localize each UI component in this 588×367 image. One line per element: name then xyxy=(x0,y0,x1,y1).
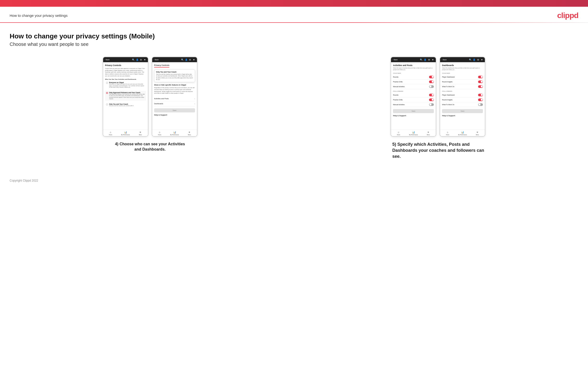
nav-menu-2[interactable]: ≡ Menu xyxy=(182,131,197,135)
performance-label-3: My Performance xyxy=(409,134,418,135)
save-button-2[interactable]: Save xyxy=(154,108,195,112)
privacy-tab[interactable]: Privacy Controls xyxy=(154,64,170,67)
privacy-controls-desc: Control how you and your data appears to… xyxy=(105,68,146,77)
radio-sublabel-approved: Only approved followers and coaches you … xyxy=(109,93,145,100)
nav-menu-1[interactable]: ≡ Menu xyxy=(133,131,148,135)
radio-circle-approved xyxy=(106,92,108,94)
toggle-drills-coaches: Practice Drills xyxy=(393,80,434,84)
radio-you-coach[interactable]: Only You and Your Coach Only you and the… xyxy=(105,102,146,108)
nav-home-4[interactable]: ⌂ Home xyxy=(440,131,455,135)
round-insights-followers-label: Round Insights xyxy=(442,99,452,101)
home-icon-1: ⌂ xyxy=(110,131,111,133)
nav-icons-3: 🔍 👤 ⚙ ▼ xyxy=(420,58,434,61)
home-icon-3: ⌂ xyxy=(398,131,399,133)
radio-label-everyone: Everyone on Clippd xyxy=(109,82,145,83)
phone-bottom-nav-2: ⌂ Home 📊 My Performance ≡ Menu xyxy=(152,129,197,136)
nav-menu-4[interactable]: ≡ Menu xyxy=(470,131,485,135)
page-title: How to change your privacy settings (Mob… xyxy=(10,33,578,40)
more-icon-2[interactable]: ▼ xyxy=(193,58,195,61)
more-icon-4[interactable]: ▼ xyxy=(481,58,483,61)
toggle-work-on-followers: What To Work On xyxy=(442,102,483,107)
menu-icon-4: ≡ xyxy=(477,131,478,133)
nav-performance-3[interactable]: 📊 My Performance xyxy=(406,131,421,135)
profile-icon-3[interactable]: 👤 xyxy=(424,58,426,61)
drills-coaches-toggle[interactable] xyxy=(429,80,434,83)
phone-1: ‹ Back 🔍 👤 ⚙ ▼ Privacy Controls Control … xyxy=(103,57,148,137)
toggle-player-dash-followers: Player Dashboard xyxy=(442,93,483,98)
followers-label-3: FOLLOWERS xyxy=(393,91,434,92)
nav-home-2[interactable]: ⌂ Home xyxy=(152,131,167,135)
menu-label-1: Menu xyxy=(139,134,142,135)
nav-performance-4[interactable]: 📊 My Performance xyxy=(455,131,470,135)
toggle-work-on-coaches: What To Work On xyxy=(442,84,483,89)
back-button-4[interactable]: ‹ Back xyxy=(442,59,447,60)
profile-icon-2[interactable]: 👤 xyxy=(185,58,188,61)
settings-icon-3[interactable]: ⚙ xyxy=(428,58,430,61)
menu-dashboards[interactable]: Dashboards › xyxy=(154,101,195,106)
menu-icon-3: ≡ xyxy=(428,131,429,133)
more-icon-3[interactable]: ▼ xyxy=(432,58,434,61)
search-icon-4[interactable]: 🔍 xyxy=(469,58,472,61)
menu-label-3: Menu xyxy=(427,134,430,135)
nav-home-1[interactable]: ⌂ Home xyxy=(103,131,118,135)
rounds-followers-label: Rounds xyxy=(393,94,398,96)
radio-label-approved: Only Approved Followers and Your Coach xyxy=(109,92,145,93)
show-hide-desc: Regardless of the privacy controls that … xyxy=(154,87,195,94)
manual-coaches-label: Manual Activities xyxy=(393,86,405,87)
round-insights-coaches-label: Round Insights xyxy=(442,81,452,83)
profile-icon[interactable]: 👤 xyxy=(136,58,138,61)
show-hide-title: Show or hide specific features in Clippd xyxy=(154,84,195,86)
more-icon[interactable]: ▼ xyxy=(144,58,146,61)
nav-home-3[interactable]: ⌂ Home xyxy=(391,131,406,135)
performance-icon-3: 📊 xyxy=(412,131,415,133)
caption-2: 5) Specify which Activities, Posts and D… xyxy=(390,142,486,160)
footer: Copyright Clippd 2022 xyxy=(0,174,588,187)
work-on-coaches-toggle[interactable] xyxy=(478,85,483,88)
settings-icon-2[interactable]: ⚙ xyxy=(189,58,191,61)
coaches-label-4: COACHES xyxy=(442,73,483,74)
radio-approved[interactable]: Only Approved Followers and Your Coach O… xyxy=(105,91,146,101)
radio-circle-everyone xyxy=(106,82,108,84)
activities-posts-label: Activities and Posts xyxy=(154,98,169,100)
player-dash-followers-toggle[interactable] xyxy=(478,94,483,96)
rounds-followers-toggle[interactable] xyxy=(429,94,434,96)
settings-icon[interactable]: ⚙ xyxy=(140,58,142,61)
chevron-dashboards: › xyxy=(194,103,195,105)
menu-activities-posts[interactable]: Activities and Posts › xyxy=(154,96,195,101)
work-on-followers-toggle[interactable] xyxy=(478,103,483,106)
back-button-1[interactable]: ‹ Back xyxy=(105,59,110,60)
profile-icon-4[interactable]: 👤 xyxy=(473,58,476,61)
menu-label-4: Menu xyxy=(476,134,479,135)
screenshot-group-1: ‹ Back 🔍 👤 ⚙ ▼ Privacy Controls Control … xyxy=(10,57,291,152)
back-button-3[interactable]: ‹ Back xyxy=(393,59,398,60)
tooltip-title: Only You and Your Coach xyxy=(156,71,193,73)
manual-followers-toggle[interactable] xyxy=(429,103,434,106)
manual-coaches-toggle[interactable] xyxy=(429,85,434,88)
player-dash-coaches-toggle[interactable] xyxy=(478,76,483,78)
menu-icon-2: ≡ xyxy=(189,131,190,133)
back-button-2[interactable]: ‹ Back xyxy=(154,59,159,60)
round-insights-coaches-toggle[interactable] xyxy=(478,80,483,83)
drills-followers-toggle[interactable] xyxy=(429,99,434,101)
screenshot-group-2: ‹ Back 🔍 👤 ⚙ ▼ Activities and Posts Sele… xyxy=(298,57,579,160)
breadcrumb: How to change your privacy settings xyxy=(10,13,68,17)
toggle-round-insights-coaches: Round Insights xyxy=(442,80,483,84)
nav-menu-3[interactable]: ≡ Menu xyxy=(421,131,436,135)
radio-circle-you-coach xyxy=(106,103,108,105)
search-icon-3[interactable]: 🔍 xyxy=(420,58,423,61)
dashboards-label: Dashboards xyxy=(154,103,163,104)
rounds-coaches-toggle[interactable] xyxy=(429,76,434,78)
save-button-4[interactable]: Save xyxy=(442,109,483,113)
radio-text-you-coach: Only You and Your Coach Only you and the… xyxy=(109,103,134,107)
search-icon[interactable]: 🔍 xyxy=(132,58,135,61)
phone-bottom-nav-3: ⌂ Home 📊 My Performance ≡ Menu xyxy=(391,129,436,136)
phone-3: ‹ Back 🔍 👤 ⚙ ▼ Activities and Posts Sele… xyxy=(390,57,436,137)
search-icon-2[interactable]: 🔍 xyxy=(181,58,184,61)
round-insights-followers-toggle[interactable] xyxy=(478,99,483,101)
toggle-player-dash-coaches: Player Dashboard xyxy=(442,75,483,80)
nav-performance-1[interactable]: 📊 My Performance xyxy=(118,131,133,135)
settings-icon-4[interactable]: ⚙ xyxy=(477,58,479,61)
save-button-3[interactable]: Save xyxy=(393,109,434,113)
radio-everyone[interactable]: Everyone on Clippd Everyone on Clippd ca… xyxy=(105,81,146,89)
nav-performance-2[interactable]: 📊 My Performance xyxy=(167,131,182,135)
